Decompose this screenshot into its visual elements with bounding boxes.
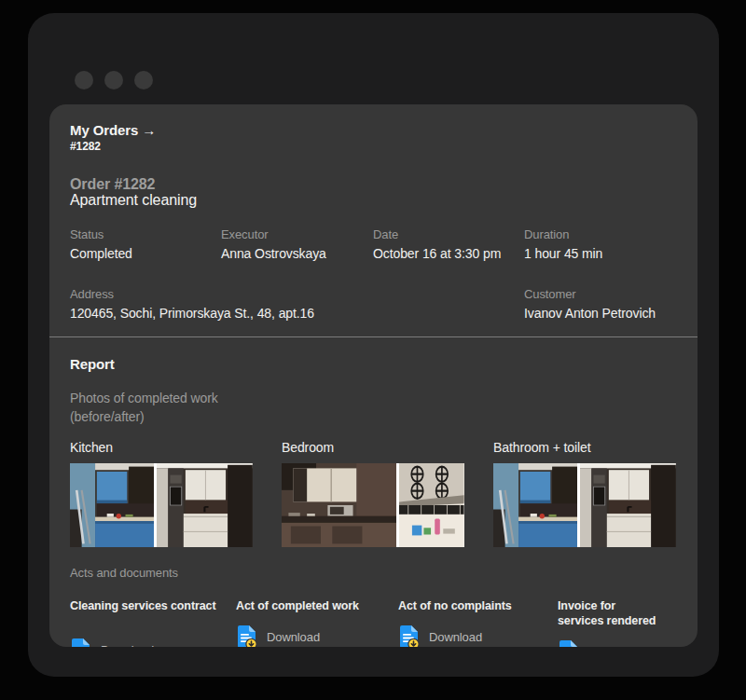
executor-value: Anna Ostrovskaya [221, 245, 373, 262]
download-link[interactable]: Download [558, 639, 642, 647]
document-download-icon [236, 625, 257, 647]
divider [49, 336, 698, 337]
detail-label: Duration [524, 226, 677, 242]
duration-value: 1 hour 45 min [524, 245, 677, 262]
document-title: Act of no complaints [398, 598, 558, 613]
photo-before[interactable] [493, 463, 577, 547]
photo-caption: Bedroom [282, 439, 464, 456]
window-control-dot[interactable] [134, 71, 153, 89]
documents-list: Cleaning services contract Download Act … [70, 598, 677, 647]
photos-section-label: Photos of completed work (before/after) [70, 389, 677, 426]
documents-section-label: Acts and documents [70, 566, 677, 580]
detail-label: Date [373, 226, 524, 242]
document-item: Cleaning services contract Download [70, 598, 236, 647]
download-label: Download [588, 645, 642, 647]
detail-label: Address [70, 286, 524, 302]
customer-value: Ivanov Anton Petrovich [524, 305, 677, 322]
document-title: Cleaning services contract [70, 598, 236, 613]
photo-after[interactable] [157, 463, 253, 547]
order-title: Order #1282 [70, 176, 677, 192]
document-download-icon [558, 639, 579, 647]
photo-pair-kitchen[interactable] [70, 463, 253, 547]
detail-label: Status [70, 226, 221, 242]
download-label: Download [267, 630, 320, 644]
photo-group-kitchen: Kitchen [70, 439, 253, 547]
photo-caption: Kitchen [70, 439, 253, 456]
photo-before[interactable] [70, 463, 154, 547]
download-label: Download [101, 643, 154, 647]
window-controls [75, 71, 153, 89]
order-subtitle: Apartment cleaning [70, 192, 677, 208]
detail-status: Status Completed [70, 226, 221, 262]
detail-executor: Executor Anna Ostrovskaya [221, 226, 373, 262]
detail-date: Date October 16 at 3:30 pm [373, 226, 524, 262]
detail-label: Customer [524, 286, 677, 302]
photo-groups: Kitchen Bedroom Bathroom + toilet [70, 439, 677, 547]
detail-address: Address 120465, Sochi, Primorskaya St., … [70, 286, 524, 322]
photos-subtitle: (before/after) [70, 407, 677, 426]
photo-after[interactable] [399, 463, 464, 547]
detail-duration: Duration 1 hour 45 min [524, 226, 677, 262]
photos-title: Photos of completed work [70, 389, 677, 407]
address-value: 120465, Sochi, Primorskaya St., 48, apt.… [70, 305, 524, 322]
download-label: Download [429, 630, 482, 644]
report-heading: Report [70, 356, 677, 372]
breadcrumb-order-id: #1282 [70, 140, 677, 154]
window-control-dot[interactable] [75, 71, 93, 89]
photo-caption: Bathroom + toilet [493, 439, 676, 456]
photo-before[interactable] [282, 463, 396, 547]
status-value: Completed [70, 245, 221, 262]
detail-label: Executor [221, 226, 373, 242]
photo-after[interactable] [580, 463, 676, 547]
breadcrumb: My Orders → #1282 [70, 121, 677, 154]
document-title: Act of completed work [236, 598, 398, 613]
order-details-row-2: Address 120465, Sochi, Primorskaya St., … [70, 286, 677, 322]
document-download-icon [398, 625, 420, 647]
document-item: Invoice for services rendered Download [558, 598, 677, 647]
order-details-card: My Orders → #1282 Order #1282 Apartment … [49, 104, 698, 647]
photo-pair-bedroom[interactable] [282, 463, 464, 547]
document-title: Invoice for services rendered [558, 598, 677, 628]
document-download-icon [70, 638, 91, 647]
date-value: October 16 at 3:30 pm [373, 245, 524, 262]
download-link[interactable]: Download [70, 638, 154, 647]
photo-group-bathroom: Bathroom + toilet [493, 439, 676, 547]
detail-customer: Customer Ivanov Anton Petrovich [524, 286, 677, 322]
download-link[interactable]: Download [398, 625, 482, 647]
photo-group-bedroom: Bedroom [282, 439, 464, 547]
order-header: Order #1282 Apartment cleaning [70, 176, 677, 208]
document-item: Act of completed work Download [236, 598, 398, 647]
order-details-row-1: Status Completed Executor Anna Ostrovska… [70, 226, 677, 262]
browser-window: My Orders → #1282 Order #1282 Apartment … [28, 13, 719, 677]
window-control-dot[interactable] [104, 71, 123, 89]
breadcrumb-my-orders-link[interactable]: My Orders → [70, 121, 677, 139]
document-item: Act of no complaints Download [398, 598, 558, 647]
photo-pair-bathroom[interactable] [493, 463, 676, 547]
download-link[interactable]: Download [236, 625, 320, 647]
